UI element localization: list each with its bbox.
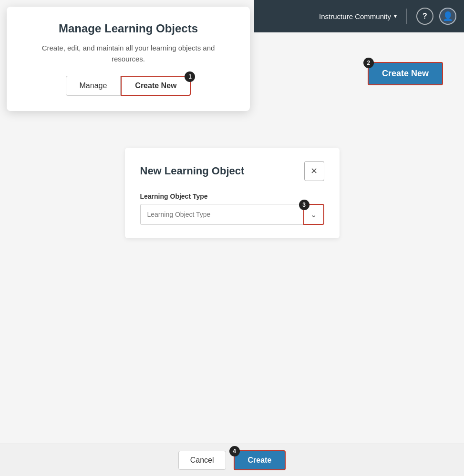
nav-divider [406, 9, 407, 24]
manage-button[interactable]: Manage [66, 76, 121, 96]
help-button[interactable]: ? [416, 8, 433, 25]
close-panel-button[interactable]: ✕ [304, 161, 324, 181]
card-buttons: Manage Create New 1 [26, 76, 231, 96]
close-icon: ✕ [310, 166, 318, 176]
chevron-down-icon: ⌄ [310, 210, 317, 219]
learning-object-type-field: 3 ⌄ [140, 204, 324, 225]
top-navigation: Instructure Community ▾ ? 👤 [254, 0, 464, 32]
create-new-top-wrapper: 2 Create New [368, 62, 443, 85]
badge-2: 2 [363, 58, 374, 68]
cancel-button[interactable]: Cancel [178, 451, 226, 470]
badge-3: 3 [299, 200, 309, 210]
badge-1: 1 [185, 71, 195, 82]
main-content-area: New Learning Object ✕ Learning Object Ty… [0, 148, 464, 238]
panel-header: New Learning Object ✕ [140, 161, 324, 181]
create-new-card-button[interactable]: Create New 1 [121, 76, 191, 96]
manage-learning-objects-card: Manage Learning Objects Create, edit, an… [7, 7, 250, 111]
card-description: Create, edit, and maintain all your lear… [26, 43, 231, 64]
create-new-top-button[interactable]: 2 Create New [368, 62, 443, 85]
footer-bar: Cancel 4 Create [0, 444, 464, 476]
field-label: Learning Object Type [140, 192, 324, 200]
help-icon: ? [423, 12, 427, 20]
user-avatar[interactable]: 👤 [439, 8, 456, 25]
panel-title: New Learning Object [140, 165, 245, 177]
community-label: Instructure Community [319, 12, 391, 20]
new-learning-object-panel: New Learning Object ✕ Learning Object Ty… [125, 148, 340, 238]
learning-object-type-dropdown-button[interactable]: 3 ⌄ [303, 204, 324, 225]
badge-4: 4 [229, 446, 240, 456]
community-nav-item[interactable]: Instructure Community ▾ [319, 12, 397, 20]
chevron-down-icon: ▾ [394, 13, 397, 20]
learning-object-type-input[interactable] [140, 204, 303, 225]
create-button[interactable]: 4 Create [234, 450, 286, 470]
card-title: Manage Learning Objects [26, 22, 231, 35]
user-icon: 👤 [443, 11, 453, 21]
